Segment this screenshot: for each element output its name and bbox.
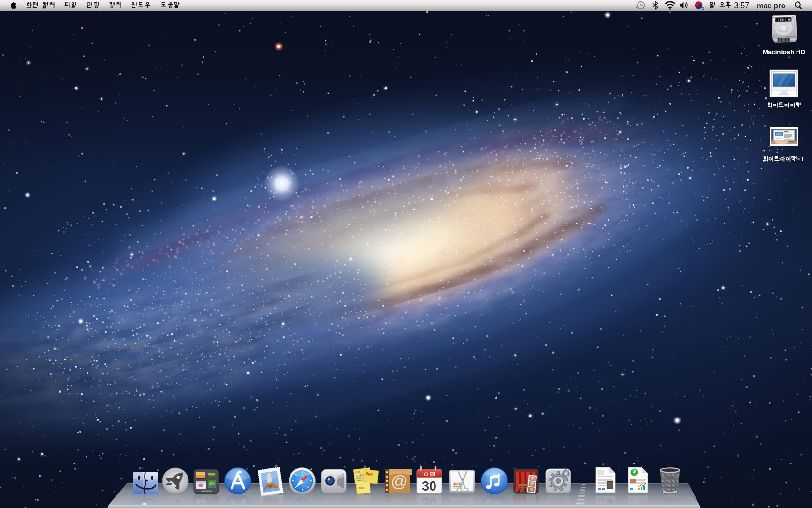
svg-text:mac pro: mac pro [757,1,785,10]
svg-text:1: 1 [801,156,804,163]
svg-text:2: 2 [702,7,704,10]
svg-text:3:57: 3:57 [734,1,750,10]
svg-text:Macintosh HD: Macintosh HD [763,48,805,56]
